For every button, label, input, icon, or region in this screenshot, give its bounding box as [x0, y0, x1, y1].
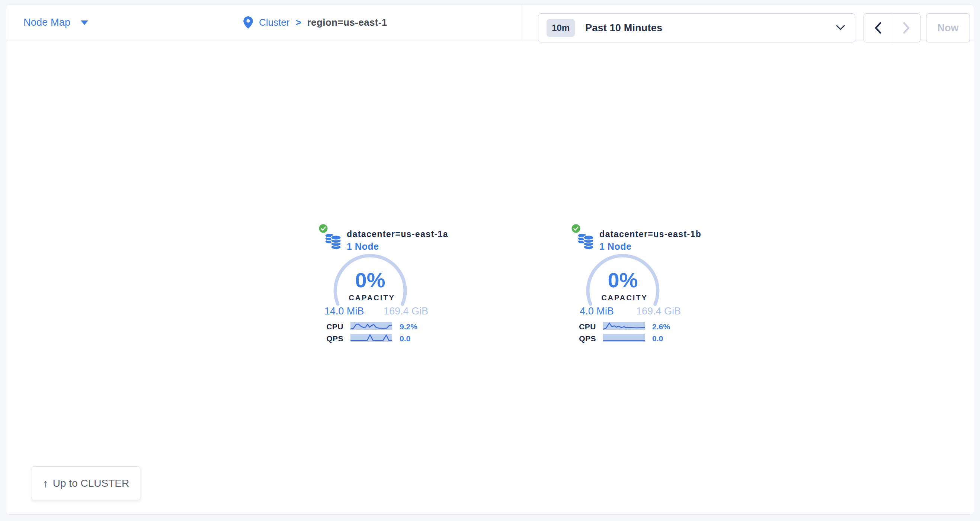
breadcrumb-separator: > [296, 17, 301, 28]
locality-node-count: 1 Node [347, 241, 379, 252]
up-to-cluster-button[interactable]: ↑ Up to CLUSTER [32, 466, 140, 500]
now-button[interactable]: Now [926, 13, 970, 42]
capacity-used: 14.0 MiB [318, 306, 370, 316]
metric-label: CPU [318, 322, 344, 331]
time-range-label: Past 10 Minutes [585, 22, 662, 34]
database-stack-icon [325, 232, 342, 251]
database-stack-icon [577, 232, 595, 251]
locality-card-us-east-1b[interactable]: datacenter=us-east-1b 1 Node 0% CAPACITY… [571, 223, 686, 349]
view-selector-dropdown[interactable]: Node Map [24, 5, 88, 40]
metric-label: CPU [571, 322, 596, 331]
capacity-gauge: 0% CAPACITY [333, 253, 407, 328]
view-selector-label: Node Map [24, 17, 70, 28]
chevron-down-icon [836, 24, 845, 32]
metric-value: 2.6% [652, 322, 670, 331]
header-bar: Node Map Cluster > region=us-east-1 10m … [6, 5, 974, 40]
metric-row-qps: QPS 0.0 [571, 334, 686, 342]
chevron-left-icon [874, 22, 882, 34]
capacity-percent: 0% [333, 270, 407, 291]
now-button-label: Now [938, 22, 959, 34]
cpu-sparkline [350, 322, 392, 330]
capacity-gauge: 0% CAPACITY [585, 253, 660, 328]
locality-name: datacenter=us-east-1a [347, 229, 448, 239]
locality-name: datacenter=us-east-1b [600, 229, 701, 239]
capacity-total: 169.4 GiB [380, 306, 432, 316]
breadcrumb-cluster-link[interactable]: Cluster [259, 17, 290, 28]
capacity-caption: CAPACITY [333, 294, 410, 302]
locality-card-us-east-1a[interactable]: datacenter=us-east-1a 1 Node 0% CAPACITY… [318, 223, 433, 349]
caret-down-icon [81, 21, 88, 25]
locality-node-count: 1 Node [600, 241, 632, 252]
time-next-button[interactable] [892, 14, 920, 42]
up-to-cluster-label: Up to CLUSTER [53, 478, 129, 489]
metric-row-qps: QPS 0.0 [318, 334, 433, 342]
time-range-badge: 10m [547, 19, 575, 37]
capacity-percent: 0% [585, 270, 660, 291]
metric-value: 0.0 [652, 334, 663, 343]
capacity-caption: CAPACITY [585, 294, 662, 302]
qps-sparkline [603, 334, 645, 342]
capacity-used: 4.0 MiB [571, 306, 623, 316]
node-map-panel: Node Map Cluster > region=us-east-1 10m … [6, 5, 974, 515]
breadcrumb: Cluster > region=us-east-1 [243, 5, 387, 40]
metric-label: QPS [318, 334, 344, 343]
metric-value: 9.2% [399, 322, 417, 331]
qps-sparkline [350, 334, 392, 342]
capacity-total: 169.4 GiB [633, 306, 684, 316]
arrow-up-icon: ↑ [43, 478, 48, 489]
cpu-sparkline [603, 322, 645, 330]
metric-row-cpu: CPU 9.2% [318, 322, 433, 330]
time-nav-group [864, 13, 921, 42]
breadcrumb-current: region=us-east-1 [307, 17, 387, 28]
metric-label: QPS [571, 334, 596, 343]
metric-row-cpu: CPU 2.6% [571, 322, 686, 330]
time-range-select[interactable]: 10m Past 10 Minutes [538, 13, 855, 42]
chevron-right-icon [902, 22, 910, 34]
time-prev-button[interactable] [864, 14, 892, 42]
metric-value: 0.0 [399, 334, 410, 343]
map-pin-icon [243, 16, 253, 29]
header-divider [522, 5, 522, 40]
